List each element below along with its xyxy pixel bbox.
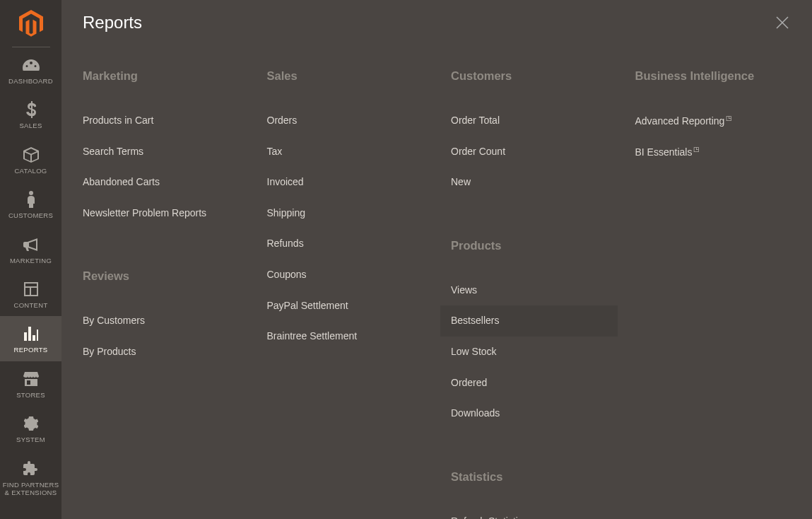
menu-link-label: Order Count <box>451 146 505 157</box>
sidebar-item-dashboard[interactable]: DASHBOARD <box>0 47 61 92</box>
menu-link-tax[interactable]: Tax <box>257 136 434 168</box>
menu-link-new[interactable]: New <box>440 167 618 198</box>
bar-chart-icon <box>0 324 61 344</box>
menu-link-newsletter-problem-reports[interactable]: Newsletter Problem Reports <box>72 198 249 229</box>
svg-rect-2 <box>28 327 31 341</box>
menu-link-by-products[interactable]: By Products <box>72 337 249 368</box>
flyout-column: CustomersOrder TotalOrder CountNewProduc… <box>451 69 607 519</box>
menu-link-by-customers[interactable]: By Customers <box>72 305 249 337</box>
gear-icon <box>0 414 61 433</box>
sidebar-item-label: SALES <box>0 122 61 129</box>
svg-rect-3 <box>33 335 35 341</box>
close-icon <box>776 16 789 29</box>
section-heading: Products <box>451 239 607 252</box>
menu-link-order-count[interactable]: Order Count <box>440 136 618 168</box>
menu-link-paypal-settlement[interactable]: PayPal Settlement <box>257 291 434 322</box>
menu-link-label: Ordered <box>451 377 487 388</box>
svg-rect-4 <box>37 330 38 341</box>
sidebar-item-stores[interactable]: STORES <box>0 361 61 406</box>
menu-link-label: Braintree Settlement <box>267 330 358 342</box>
menu-link-orders[interactable]: Orders <box>257 105 434 136</box>
menu-link-ordered[interactable]: Ordered <box>440 368 618 399</box>
menu-link-label: By Customers <box>83 315 145 326</box>
reports-flyout: Reports MarketingProducts in CartSearch … <box>61 0 812 519</box>
magento-logo-icon <box>19 10 43 37</box>
external-link-icon: ◳ <box>726 115 732 122</box>
menu-link-search-terms[interactable]: Search Terms <box>72 136 249 168</box>
menu-link-label: Invoiced <box>267 176 304 187</box>
sidebar-item-reports[interactable]: REPORTS <box>0 316 61 361</box>
box-icon <box>0 145 61 165</box>
section-heading: Business Intelligence <box>635 69 792 83</box>
external-link-icon: ◳ <box>693 146 700 153</box>
sidebar-item-label: FIND PARTNERS & EXTENSIONS <box>0 481 61 497</box>
menu-link-label: PayPal Settlement <box>267 300 348 311</box>
flyout-section: ProductsViewsBestsellersLow StockOrdered… <box>451 239 607 429</box>
menu-link-low-stock[interactable]: Low Stock <box>440 337 618 368</box>
menu-link-label: Orders <box>267 115 298 126</box>
menu-link-label: Shipping <box>267 207 306 218</box>
menu-link-label: Coupons <box>267 269 307 280</box>
section-heading: Sales <box>267 69 423 83</box>
flyout-section: SalesOrdersTaxInvoicedShippingRefundsCou… <box>267 69 423 352</box>
sidebar-item-label: STORES <box>0 391 61 399</box>
sidebar-item-label: CONTENT <box>0 301 61 309</box>
flyout-column: SalesOrdersTaxInvoicedShippingRefundsCou… <box>267 69 423 519</box>
sidebar-item-label: CATALOG <box>0 167 61 175</box>
menu-link-order-total[interactable]: Order Total <box>440 105 618 136</box>
menu-link-coupons[interactable]: Coupons <box>257 260 434 291</box>
flyout-section: MarketingProducts in CartSearch TermsAba… <box>83 69 239 228</box>
menu-link-label: Order Total <box>451 115 500 126</box>
dollar-icon <box>0 100 61 119</box>
menu-link-label: Low Stock <box>451 346 497 357</box>
flyout-column: MarketingProducts in CartSearch TermsAba… <box>83 69 239 519</box>
sidebar-item-catalog[interactable]: CATALOG <box>0 137 61 182</box>
storefront-icon <box>0 369 61 389</box>
menu-link-label: Search Terms <box>83 146 143 157</box>
flyout-section: ReviewsBy CustomersBy Products <box>83 269 239 367</box>
section-heading: Reviews <box>83 269 239 283</box>
flyout-section: Business IntelligenceAdvanced Reporting◳… <box>635 69 792 168</box>
menu-link-advanced-reporting[interactable]: Advanced Reporting◳ <box>625 105 802 136</box>
menu-link-bi-essentials[interactable]: BI Essentials◳ <box>625 136 802 168</box>
flyout-columns: MarketingProducts in CartSearch TermsAba… <box>83 69 791 519</box>
menu-link-shipping[interactable]: Shipping <box>257 198 434 229</box>
menu-link-label: BI Essentials <box>635 146 693 158</box>
svg-point-0 <box>29 191 33 195</box>
section-heading: Customers <box>451 69 607 83</box>
menu-link-refresh-statistics[interactable]: Refresh Statistics <box>440 506 618 519</box>
svg-rect-1 <box>24 332 27 341</box>
layout-icon <box>0 279 61 299</box>
menu-link-label: Products in Cart <box>83 115 153 126</box>
sidebar-item-customers[interactable]: CUSTOMERS <box>0 182 61 226</box>
menu-link-bestsellers[interactable]: Bestsellers <box>440 305 618 337</box>
menu-link-downloads[interactable]: Downloads <box>440 398 618 429</box>
puzzle-icon <box>0 459 61 479</box>
menu-link-views[interactable]: Views <box>440 275 618 306</box>
menu-link-refunds[interactable]: Refunds <box>257 228 434 260</box>
sidebar-item-system[interactable]: SYSTEM <box>0 406 61 450</box>
sidebar-item-sales[interactable]: SALES <box>0 92 61 136</box>
sidebar-item-find-partners[interactable]: FIND PARTNERS & EXTENSIONS <box>0 451 61 504</box>
menu-link-label: Newsletter Problem Reports <box>83 207 206 218</box>
flyout-column: Business IntelligenceAdvanced Reporting◳… <box>635 69 792 519</box>
logo[interactable] <box>0 0 61 47</box>
sidebar-item-marketing[interactable]: MARKETING <box>0 227 61 272</box>
menu-link-abandoned-carts[interactable]: Abandoned Carts <box>72 167 249 198</box>
sidebar-item-label: DASHBOARD <box>0 77 61 85</box>
sidebar-item-content[interactable]: CONTENT <box>0 272 61 316</box>
sidebar-item-label: CUSTOMERS <box>0 211 61 219</box>
menu-link-label: Downloads <box>451 407 500 419</box>
flyout-header: Reports <box>83 13 791 33</box>
menu-link-braintree-settlement[interactable]: Braintree Settlement <box>257 321 434 352</box>
flyout-title: Reports <box>83 13 142 33</box>
sidebar-item-label: REPORTS <box>0 346 61 354</box>
menu-link-label: Views <box>451 284 477 296</box>
menu-link-products-in-cart[interactable]: Products in Cart <box>72 105 249 136</box>
megaphone-icon <box>0 235 61 255</box>
menu-link-invoiced[interactable]: Invoiced <box>257 167 434 198</box>
section-heading: Statistics <box>451 470 607 484</box>
sidebar-item-label: MARKETING <box>0 257 61 264</box>
menu-link-label: Bestsellers <box>451 315 499 326</box>
close-button[interactable] <box>774 14 791 31</box>
